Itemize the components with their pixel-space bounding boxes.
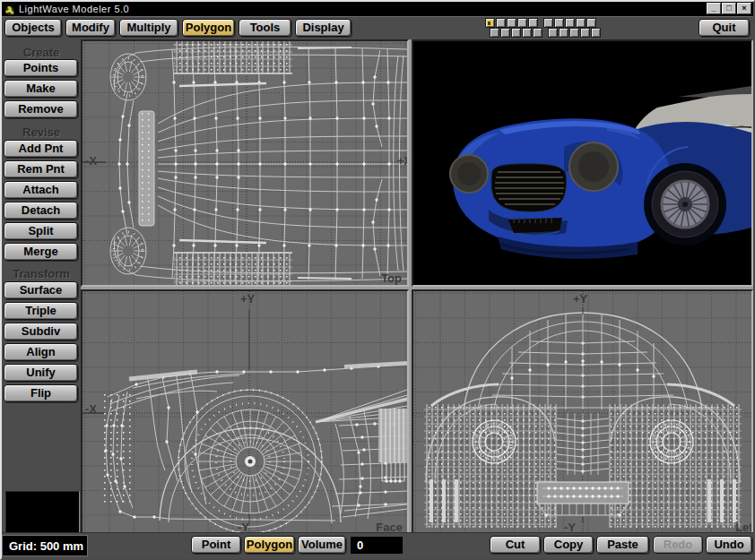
- axis-label-pos-y: +Y: [573, 292, 587, 306]
- tool-remove[interactable]: Remove: [4, 100, 78, 118]
- viewport-left[interactable]: +Y -Y Left: [412, 289, 753, 537]
- tool-detach[interactable]: Detach: [4, 202, 78, 220]
- menu-objects[interactable]: Objects: [4, 19, 62, 37]
- layer-cell-fg-8[interactable]: [565, 18, 575, 28]
- mode-point[interactable]: Point: [191, 536, 241, 554]
- selection-count-field: 0: [351, 537, 403, 554]
- close-button[interactable]: ×: [737, 3, 751, 14]
- tool-attach[interactable]: Attach: [4, 181, 78, 199]
- layer-cell-bg-6[interactable]: [548, 28, 558, 38]
- menu-multiply[interactable]: Multiply: [119, 19, 178, 37]
- layer-cell-fg-9[interactable]: [576, 18, 586, 28]
- menu-modify[interactable]: Modify: [65, 19, 116, 37]
- menubar: Objects Modify Multiply Polygon Tools Di…: [2, 16, 753, 41]
- tool-flip[interactable]: Flip: [4, 384, 78, 402]
- layer-cell-fg-4[interactable]: [517, 18, 527, 28]
- tool-triple[interactable]: Triple: [4, 302, 78, 320]
- surface-preview-swatch: [5, 491, 80, 534]
- menu-tools[interactable]: Tools: [239, 19, 291, 37]
- tool-split[interactable]: Split: [4, 222, 78, 240]
- viewport-top-label: Top: [381, 271, 402, 285]
- mode-volume[interactable]: Volume: [298, 536, 346, 554]
- layer-cell-bg-1[interactable]: [490, 28, 499, 38]
- section-header-revise: Revise: [2, 125, 81, 139]
- menu-display[interactable]: Display: [295, 19, 351, 37]
- axis-label-pos-x: +X: [397, 154, 409, 168]
- layer-cell-bg-8[interactable]: [569, 28, 579, 38]
- tool-surface[interactable]: Surface: [4, 281, 78, 299]
- tool-sidebar: Create Points Make Remove Revise Add Pnt…: [2, 39, 81, 533]
- section-header-transform: Transform: [2, 267, 81, 280]
- viewport-area: -X +X Top: [81, 39, 753, 537]
- axis-label-neg-x: -X: [85, 154, 97, 168]
- layer-cell-fg-5[interactable]: [528, 18, 538, 28]
- layer-cell-fg-1[interactable]: [485, 18, 495, 28]
- layer-cell-bg-10[interactable]: [591, 28, 601, 38]
- layer-cell-bg-2[interactable]: [500, 28, 510, 38]
- viewport-preview[interactable]: [412, 39, 753, 287]
- lightwave-app-icon: [4, 4, 15, 14]
- left-view-wireframe: [413, 291, 751, 535]
- titlebar: LightWave Modeler 5.0 _ □ ×: [2, 2, 753, 16]
- section-header-create: Create: [2, 46, 81, 59]
- mode-polygon[interactable]: Polygon: [244, 536, 295, 554]
- maximize-button[interactable]: □: [722, 3, 736, 14]
- layer-cell-fg-2[interactable]: [496, 18, 506, 28]
- layer-cell-bg-4[interactable]: [522, 28, 532, 38]
- layer-cell-bg-9[interactable]: [580, 28, 590, 38]
- layer-cell-fg-6[interactable]: [543, 18, 553, 28]
- copy-button[interactable]: Copy: [543, 536, 594, 554]
- layer-cell-bg-7[interactable]: [559, 28, 568, 38]
- window-title: LightWave Modeler 5.0: [19, 4, 129, 14]
- cut-button[interactable]: Cut: [490, 536, 541, 554]
- layer-cell-fg-7[interactable]: [554, 18, 564, 28]
- layer-cell-bg-3[interactable]: [511, 28, 521, 38]
- tool-add-pnt[interactable]: Add Pnt: [4, 140, 78, 158]
- paste-button[interactable]: Paste: [596, 536, 649, 554]
- axis-label-neg-x: -X: [85, 402, 97, 416]
- preview-render-blue-car: [413, 41, 751, 285]
- layer-cell-fg-3[interactable]: [507, 18, 516, 28]
- grid-size-readout: Grid: 500 mm: [2, 535, 88, 556]
- minimize-button[interactable]: _: [707, 3, 721, 14]
- tool-points[interactable]: Points: [4, 59, 78, 77]
- app-window: LightWave Modeler 5.0 _ □ × Objects Modi…: [0, 0, 755, 560]
- top-view-wireframe: [82, 41, 407, 285]
- quit-button[interactable]: Quit: [699, 19, 750, 37]
- tool-rem-pnt[interactable]: Rem Pnt: [4, 160, 78, 178]
- tool-merge[interactable]: Merge: [4, 243, 78, 261]
- statusbar: Grid: 500 mm Point Polygon Volume 0 Cut …: [2, 532, 753, 558]
- tool-subdiv[interactable]: Subdiv: [4, 323, 78, 340]
- face-view-wireframe: [82, 291, 407, 535]
- undo-button[interactable]: Undo: [706, 536, 752, 554]
- tool-align[interactable]: Align: [4, 343, 78, 361]
- tool-unify[interactable]: Unify: [4, 364, 78, 382]
- menu-polygon[interactable]: Polygon: [182, 19, 235, 37]
- layer-cell-bg-5[interactable]: [533, 28, 542, 38]
- viewport-face[interactable]: +Y -Y -X Face: [81, 289, 409, 537]
- tool-make[interactable]: Make: [4, 80, 78, 98]
- layer-cell-fg-10[interactable]: [586, 18, 596, 28]
- viewport-top[interactable]: -X +X Top: [81, 39, 409, 287]
- redo-button: Redo: [653, 536, 703, 554]
- axis-label-pos-y: +Y: [240, 292, 255, 306]
- layer-panel: [485, 18, 602, 39]
